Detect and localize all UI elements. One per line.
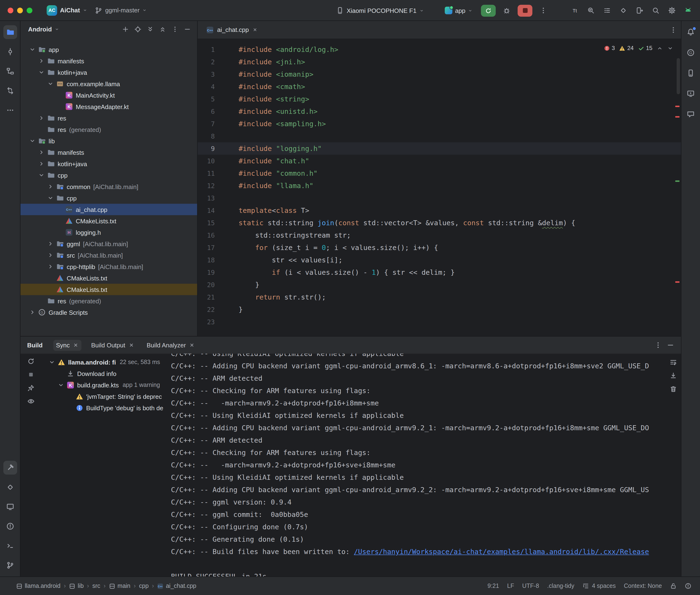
build-tab-sync[interactable]: Sync <box>53 340 82 351</box>
change-stripe-mark[interactable] <box>675 180 679 182</box>
tree-item[interactable]: GGradle Scripts <box>21 307 197 318</box>
editor-tab[interactable]: C++ ai_chat.cpp <box>201 21 262 38</box>
line-number[interactable]: 5 <box>198 93 215 105</box>
refresh-button[interactable] <box>27 358 35 365</box>
chevron-down-icon[interactable] <box>47 194 54 202</box>
line-number[interactable]: 1 <box>198 43 215 56</box>
line-number[interactable]: 20 <box>198 279 215 291</box>
warning-count[interactable]: 24 <box>619 45 634 51</box>
line-number[interactable]: 14 <box>198 204 215 217</box>
tree-item[interactable]: cpp-httplib[AiChat.lib.main] <box>21 261 197 273</box>
inspections-widget[interactable]: 3 24 15 <box>604 42 673 54</box>
line-number[interactable]: 8 <box>198 130 215 142</box>
close-tab-icon[interactable] <box>73 342 79 348</box>
tree-item[interactable]: com.example.llama <box>21 78 197 89</box>
chevron-down-icon[interactable] <box>29 46 36 53</box>
chevron-down-icon[interactable] <box>38 68 45 76</box>
settings-button[interactable] <box>666 4 678 17</box>
editor-scrollbar[interactable] <box>677 58 680 94</box>
line-number[interactable]: 10 <box>198 155 215 167</box>
branch-selector[interactable]: ggml-master <box>91 4 150 16</box>
error-stripe-mark[interactable] <box>675 106 679 107</box>
debug-button[interactable] <box>501 4 513 17</box>
line-number[interactable]: 22 <box>198 303 215 316</box>
tree-item[interactable]: kotlin+java <box>21 67 197 78</box>
breadcrumb-item[interactable]: src <box>92 583 100 589</box>
previous-problem-icon[interactable] <box>657 45 663 51</box>
tool-strip-more-button[interactable] <box>3 103 17 117</box>
breadcrumb-item[interactable]: cpp <box>139 583 149 589</box>
tool-strip-version-control-button[interactable] <box>3 558 17 572</box>
translate-button[interactable]: Tt <box>568 4 581 17</box>
build-console[interactable]: C/C++: -- Using KleidiAI optimized kerne… <box>164 353 664 576</box>
tree-item[interactable]: Hlogging.h <box>21 227 197 238</box>
context-widget[interactable]: Context: None <box>624 583 662 589</box>
build-tree-item[interactable]: BuildType 'debug' is both de <box>39 402 164 414</box>
minus-button[interactable] <box>182 24 192 34</box>
chevron-right-icon[interactable] <box>38 160 45 168</box>
close-tab-icon[interactable] <box>129 342 134 348</box>
zoom-window-button[interactable] <box>27 7 32 13</box>
stopGray-button[interactable] <box>27 371 35 378</box>
build-tab-build-analyzer[interactable]: Build Analyzer <box>144 340 198 351</box>
tree-item[interactable]: CMakeLists.txt <box>21 215 197 227</box>
tree-item[interactable]: cpp <box>21 170 197 181</box>
line-number[interactable]: 17 <box>198 242 215 254</box>
close-tab-icon[interactable] <box>189 342 195 348</box>
tool-strip-problems-button[interactable] <box>3 519 17 533</box>
stop-button[interactable] <box>518 4 533 17</box>
build-tree-item[interactable]: Kbuild.gradle.ktsapp 1 warning <box>39 379 164 391</box>
chevron-down-icon[interactable] <box>29 137 36 145</box>
tool-strip-app-insights-button[interactable] <box>684 107 698 121</box>
line-number[interactable]: 9 <box>198 142 215 155</box>
build-tree-item[interactable]: llama.android: fi22 sec, 583 ms <box>39 357 164 368</box>
tree-item[interactable]: lib <box>21 135 197 147</box>
tool-strip-commit-button[interactable] <box>3 45 17 59</box>
tool-strip-build-button[interactable] <box>3 461 17 475</box>
plugins-button[interactable] <box>617 4 629 17</box>
tree-item[interactable]: common[AiChat.lib.main] <box>21 181 197 192</box>
breadcrumb-item[interactable]: lib <box>69 583 84 589</box>
tool-strip-structure-button[interactable] <box>3 64 17 78</box>
tree-item[interactable]: res <box>21 112 197 124</box>
line-number[interactable]: 3 <box>198 68 215 81</box>
run-config-selector[interactable]: app <box>441 5 476 16</box>
minimize-window-button[interactable] <box>17 7 23 13</box>
tree-item[interactable]: CMakeLists.txt <box>21 273 197 284</box>
code-area[interactable]: 1#include <android/log.h>2#include <jni.… <box>198 38 681 328</box>
tree-item[interactable]: src[AiChat.lib.main] <box>21 250 197 261</box>
line-number[interactable]: 12 <box>198 179 215 192</box>
file-encoding[interactable]: UTF-8 <box>522 583 539 589</box>
chevron-down-icon[interactable] <box>38 171 45 179</box>
clang-tidy-widget[interactable]: .clang-tidy <box>547 583 574 589</box>
tool-strip-terminal-button[interactable] <box>3 539 17 552</box>
next-problem-icon[interactable] <box>667 45 673 51</box>
build-tab-build-output[interactable]: Build Output <box>88 340 137 351</box>
chevron-down-icon[interactable] <box>47 80 54 88</box>
project-selector[interactable]: AC AiChat <box>43 3 91 18</box>
line-number[interactable]: 18 <box>198 254 215 266</box>
search-button[interactable] <box>649 4 662 17</box>
chevron-right-icon[interactable] <box>38 114 45 122</box>
breadcrumb-item[interactable]: C++ai_chat.cpp <box>157 583 196 589</box>
line-number[interactable]: 11 <box>198 167 215 179</box>
editor-options-icon[interactable] <box>670 26 677 34</box>
line-number[interactable]: 15 <box>198 217 215 229</box>
pin-button[interactable] <box>27 384 35 392</box>
chevron-right-icon[interactable] <box>47 240 54 248</box>
console-link[interactable]: /Users/hanyin/Workspace/ai-chat/examples… <box>354 548 649 556</box>
chevron-right-icon[interactable] <box>47 183 54 191</box>
tool-strip-device-manager-button[interactable] <box>684 66 698 80</box>
tool-strip-logcat-button[interactable] <box>3 500 17 514</box>
moreV-button[interactable] <box>170 24 180 34</box>
tool-strip-pull-requests-button[interactable] <box>3 84 17 97</box>
error-stripe-mark[interactable] <box>675 116 679 118</box>
tree-item[interactable]: cpp <box>21 192 197 204</box>
tool-strip-notifications-button[interactable] <box>684 25 698 39</box>
tree-item[interactable]: C++ai_chat.cpp <box>21 204 197 215</box>
tool-strip-dependencies-button[interactable] <box>3 480 17 494</box>
status-indicator-icon[interactable] <box>685 583 692 589</box>
tree-item[interactable]: res(generated) <box>21 295 197 307</box>
lock-icon[interactable] <box>670 583 677 589</box>
line-number[interactable]: 19 <box>198 266 215 279</box>
